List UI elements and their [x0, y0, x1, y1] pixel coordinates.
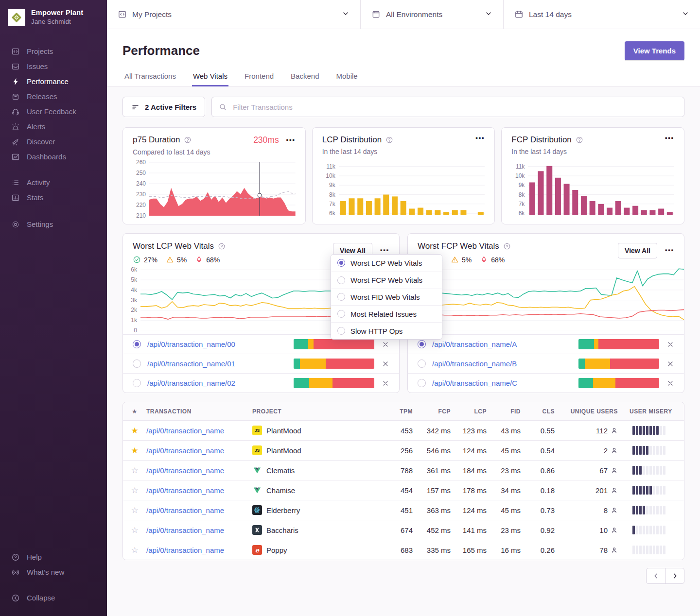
project-cell[interactable]: Baccharis — [252, 525, 379, 535]
bar-segment — [300, 359, 326, 369]
transaction-link[interactable]: /api/0/transaction_name/02 — [147, 379, 287, 387]
transaction-link[interactable]: /api/0/transaction_name/01 — [147, 359, 287, 368]
sidebar-item-projects[interactable]: Projects — [0, 44, 107, 59]
card-context-menu-icon[interactable]: ⋯ — [475, 135, 485, 142]
sidebar-item-issues[interactable]: Issues — [0, 59, 107, 74]
sidebar-item-collapse[interactable]: Collapse — [0, 590, 107, 605]
transaction-link[interactable]: /api/0/transaction_name — [146, 446, 252, 455]
menu-item-most-related-issues[interactable]: Most Related Issues — [331, 305, 442, 322]
transaction-link[interactable]: /api/0/transaction_name — [146, 486, 252, 495]
misery-bar-segment — [656, 466, 659, 475]
star-toggle[interactable]: ☆ — [123, 526, 146, 534]
menu-item-slow-http-ops[interactable]: Slow HTTP Ops — [331, 322, 442, 339]
transaction-link[interactable]: /api/0/transaction_name — [146, 526, 252, 534]
vitals-badges: 27% 5% 68% — [133, 256, 226, 264]
transaction-link[interactable]: /api/0/transaction_name — [146, 466, 252, 475]
org-switcher[interactable]: Empower Plant Jane Schmidt — [0, 0, 107, 33]
environment-filter-dropdown[interactable]: All Environments — [361, 0, 504, 29]
worst-fcp-vitals-chart[interactable] — [425, 266, 684, 330]
transaction-link[interactable]: /api/0/transaction_name — [146, 427, 252, 435]
good-badge: 27% — [133, 256, 158, 264]
fcp-distribution-chart[interactable] — [528, 162, 674, 215]
card-context-menu-icon[interactable]: ⋯ — [665, 135, 674, 142]
table-row: ☆/api/0/transaction_nameChamise454157 ms… — [123, 480, 684, 500]
misery-bar-segment — [653, 486, 655, 495]
tab-all-transactions[interactable]: All Transactions — [123, 67, 177, 86]
tab-frontend[interactable]: Frontend — [244, 67, 275, 86]
star-toggle[interactable]: ☆ — [123, 466, 146, 475]
misery-bar-segment — [656, 506, 659, 514]
star-toggle[interactable]: ★ — [123, 446, 146, 455]
remove-transaction-button[interactable] — [665, 378, 675, 388]
sidebar-item-discover[interactable]: Discover — [0, 134, 107, 149]
transaction-radio-button[interactable] — [133, 340, 141, 348]
date-range-dropdown[interactable]: Last 14 days — [504, 0, 700, 29]
help-icon[interactable] — [576, 136, 583, 144]
card-context-menu-icon[interactable]: ⋯ — [380, 247, 389, 254]
star-toggle[interactable]: ☆ — [123, 486, 146, 495]
sidebar-item-dashboards[interactable]: Dashboards — [0, 149, 107, 164]
sidebar-item-performance[interactable]: Performance — [0, 74, 107, 89]
sidebar-item-stats[interactable]: Stats — [0, 190, 107, 205]
star-toggle[interactable]: ★ — [123, 427, 146, 435]
transaction-link[interactable]: /api/0/transaction_name/C — [432, 379, 572, 387]
transaction-radio-button[interactable] — [133, 379, 141, 387]
card-context-menu-icon[interactable]: ⋯ — [286, 137, 296, 144]
star-toggle[interactable]: ☆ — [123, 506, 146, 514]
help-icon[interactable] — [503, 242, 511, 250]
transaction-radio-button[interactable] — [418, 379, 426, 387]
help-icon[interactable] — [184, 136, 192, 144]
menu-item-worst-lcp-web-vitals[interactable]: Worst LCP Web Vitals — [331, 255, 442, 272]
card-context-menu-icon[interactable]: ⋯ — [665, 247, 674, 254]
project-cell[interactable]: JSPlantMood — [252, 426, 379, 435]
project-cell[interactable]: Clematis — [252, 465, 379, 475]
view-all-button[interactable]: View All — [618, 243, 657, 258]
menu-item-worst-fid-web-vitals[interactable]: Worst FID Web Vitals — [331, 289, 442, 306]
environment-filter-icon — [371, 10, 381, 19]
y-tick-label: 7k — [329, 201, 335, 207]
transaction-link[interactable]: /api/0/transaction_name — [146, 506, 252, 514]
next-page-button[interactable] — [665, 568, 684, 584]
sidebar-item-help[interactable]: Help — [0, 549, 107, 565]
transaction-link[interactable]: /api/0/transaction_name — [146, 546, 252, 554]
sidebar-item-activity[interactable]: Activity — [0, 175, 107, 190]
help-icon[interactable] — [385, 136, 393, 144]
lcp-distribution-card: LCP Distribution ⋯ In the last 14 days 1… — [312, 127, 495, 224]
star-column-header-icon[interactable]: ★ — [123, 409, 146, 414]
view-trends-button[interactable]: View Trends — [625, 41, 684, 60]
sidebar-item-settings[interactable]: Settings — [0, 217, 107, 232]
project-cell[interactable]: Elderberry — [252, 505, 379, 515]
remove-transaction-button[interactable] — [381, 359, 390, 369]
transaction-radio-button[interactable] — [418, 340, 426, 348]
sidebar-item-what-s-new[interactable]: What’s new — [0, 565, 107, 580]
project-cell[interactable]: ePoppy — [252, 545, 379, 555]
tab-backend[interactable]: Backend — [290, 67, 320, 86]
help-icon[interactable] — [218, 242, 226, 250]
project-cell[interactable]: Chamise — [252, 485, 379, 495]
misery-bar-segment — [636, 426, 638, 435]
transaction-radio-button[interactable] — [418, 359, 426, 368]
previous-page-button[interactable] — [646, 568, 665, 584]
active-filters-button[interactable]: 2 Active Filters — [122, 97, 205, 117]
star-toggle[interactable]: ☆ — [123, 546, 146, 554]
project-filter-dropdown[interactable]: My Projects — [107, 0, 361, 29]
remove-transaction-button[interactable] — [665, 359, 675, 369]
transaction-link[interactable]: /api/0/transaction_name/00 — [147, 340, 287, 348]
p75-duration-chart[interactable] — [149, 162, 296, 216]
remove-transaction-button[interactable] — [381, 378, 390, 388]
transaction-radio-button[interactable] — [133, 359, 141, 368]
search-input[interactable] — [232, 103, 677, 112]
remove-transaction-button[interactable] — [381, 340, 390, 349]
y-tick-label: 6k — [519, 210, 525, 217]
sidebar-item-alerts[interactable]: Alerts — [0, 119, 107, 134]
lcp-distribution-chart[interactable] — [339, 162, 485, 215]
remove-transaction-button[interactable] — [665, 340, 675, 349]
project-cell[interactable]: JSPlantMood — [252, 445, 379, 455]
tab-web-vitals[interactable]: Web Vitals — [192, 67, 228, 86]
menu-item-worst-fcp-web-vitals[interactable]: Worst FCP Web Vitals — [331, 272, 442, 289]
sidebar-item-user-feedback[interactable]: User Feedback — [0, 104, 107, 119]
sidebar-item-releases[interactable]: Releases — [0, 89, 107, 104]
tab-mobile[interactable]: Mobile — [335, 67, 358, 86]
transaction-link[interactable]: /api/0/transaction_name/B — [432, 359, 572, 368]
transaction-link[interactable]: /api/0/transaction_name/A — [432, 340, 572, 348]
